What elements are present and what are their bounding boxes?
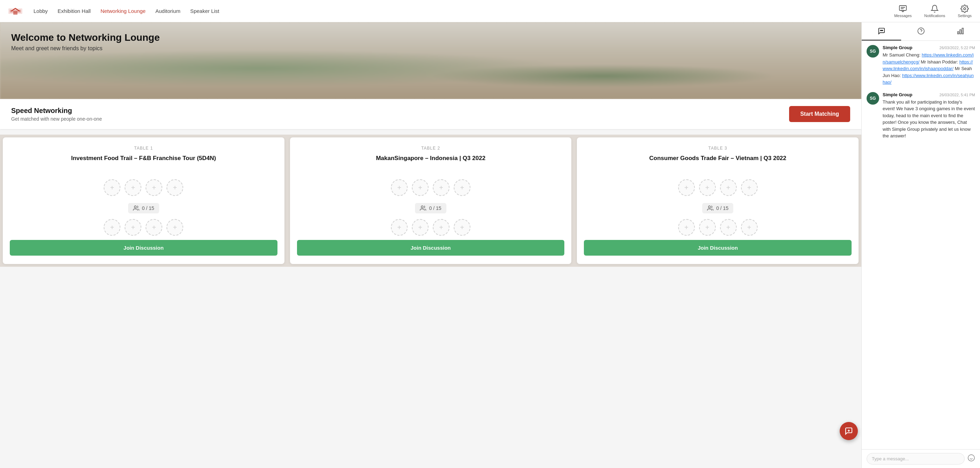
- seat-slot[interactable]: +: [720, 219, 737, 236]
- seat-slot[interactable]: +: [412, 219, 429, 236]
- seat-slot[interactable]: +: [433, 219, 450, 236]
- chat-messages: SG Simple Group 26/03/2022, 5:22 PM Mr S…: [862, 41, 980, 449]
- seat-slot[interactable]: +: [454, 179, 471, 196]
- svg-point-10: [882, 30, 883, 31]
- table-label: TABLE 3: [708, 146, 727, 151]
- seat-slot[interactable]: +: [699, 219, 716, 236]
- svg-point-9: [881, 30, 882, 31]
- table-card: TABLE 2 MakanSingapore – Indonesia | Q3 …: [290, 137, 572, 264]
- nav-link-speaker-list[interactable]: Speaker List: [190, 6, 219, 15]
- nav-link-lobby[interactable]: Lobby: [33, 6, 48, 15]
- hero-content: Welcome to Networking Lounge Meet and gr…: [0, 22, 861, 61]
- nav-link-networking-lounge[interactable]: Networking Lounge: [100, 6, 146, 15]
- table-label: TABLE 1: [134, 146, 153, 151]
- chat-message: SG Simple Group 26/03/2022, 5:22 PM Mr S…: [867, 45, 975, 86]
- seat-slot[interactable]: +: [125, 219, 142, 236]
- sidebar-tab-qa[interactable]: [901, 22, 940, 40]
- seat-slot[interactable]: +: [146, 219, 162, 236]
- svg-point-16: [968, 455, 974, 461]
- chat-time: 26/03/2022, 5:22 PM: [940, 46, 975, 50]
- seats-row-bottom: ++++: [391, 219, 471, 236]
- seat-slot[interactable]: +: [454, 219, 471, 236]
- svg-rect-15: [962, 28, 963, 34]
- seats-row-bottom: ++++: [103, 219, 183, 236]
- sidebar-tab-poll[interactable]: [940, 22, 980, 40]
- hero-title: Welcome to Networking Lounge: [11, 32, 850, 43]
- seat-slot[interactable]: +: [391, 219, 407, 236]
- join-discussion-button[interactable]: Join Discussion: [584, 240, 851, 255]
- seat-slot[interactable]: +: [167, 179, 183, 196]
- seat-slot[interactable]: +: [741, 179, 758, 196]
- chat-text-content: Thank you all for participating in today…: [883, 99, 975, 139]
- speed-networking-title: Speed Networking: [11, 107, 102, 115]
- seats-row-top: ++++: [103, 179, 183, 196]
- messages-icon: [899, 5, 907, 13]
- chat-text-part: Mr Ishaan Poddar:: [920, 59, 959, 65]
- chat-message: SG Simple Group 26/03/2022, 5:41 PM Than…: [867, 92, 975, 140]
- chat-sender: Simple Group: [883, 92, 912, 97]
- sidebar-tabs: [862, 22, 980, 41]
- chat-time: 26/03/2022, 5:41 PM: [940, 93, 975, 97]
- nav-right: Messages Notifications Settings: [894, 5, 972, 18]
- seat-count: 0 / 15: [415, 203, 446, 213]
- seats-row-top: ++++: [391, 179, 471, 196]
- table-title: Investment Food Trail – F&B Franchise To…: [71, 154, 216, 172]
- seat-slot[interactable]: +: [433, 179, 450, 196]
- right-sidebar: SG Simple Group 26/03/2022, 5:22 PM Mr S…: [861, 22, 980, 468]
- speed-networking-subtitle: Get matched with new people one-on-one: [11, 116, 102, 122]
- chat-header: Simple Group 26/03/2022, 5:41 PM: [883, 92, 975, 97]
- notifications-label: Notifications: [924, 14, 945, 18]
- seat-slot[interactable]: +: [125, 179, 142, 196]
- seat-slot[interactable]: +: [167, 219, 183, 236]
- seat-slot[interactable]: +: [720, 179, 737, 196]
- chat-text-part: Mr Samuel Cheng:: [883, 52, 922, 57]
- messages-nav-item[interactable]: Messages: [894, 5, 912, 18]
- floating-action-button[interactable]: [840, 422, 858, 440]
- top-navigation: Lobby Exhibition Hall Networking Lounge …: [0, 0, 980, 22]
- table-card: TABLE 1 Investment Food Trail – F&B Fran…: [3, 137, 285, 264]
- svg-point-7: [708, 206, 711, 208]
- seat-slot[interactable]: +: [678, 179, 695, 196]
- svg-rect-3: [899, 6, 906, 11]
- settings-label: Settings: [958, 14, 972, 18]
- seat-slot[interactable]: +: [412, 179, 429, 196]
- table-label: TABLE 2: [421, 146, 440, 151]
- seats-row-top: ++++: [678, 179, 758, 196]
- seats-row-bottom: ++++: [678, 219, 758, 236]
- join-discussion-button[interactable]: Join Discussion: [297, 240, 565, 255]
- seat-count-icon: [133, 205, 139, 211]
- seat-count-text: 0 / 15: [142, 205, 154, 211]
- logo[interactable]: [8, 6, 22, 17]
- emoji-button[interactable]: [967, 454, 975, 463]
- emoji-icon: [967, 454, 975, 462]
- nav-link-exhibition-hall[interactable]: Exhibition Hall: [57, 6, 91, 15]
- nav-link-auditorium[interactable]: Auditorium: [155, 6, 180, 15]
- hero-banner: Welcome to Networking Lounge Meet and gr…: [0, 22, 861, 99]
- chat-body: Simple Group 26/03/2022, 5:41 PM Thank y…: [883, 92, 975, 140]
- join-discussion-button[interactable]: Join Discussion: [10, 240, 277, 255]
- seat-slot[interactable]: +: [146, 179, 162, 196]
- seat-slot[interactable]: +: [103, 179, 120, 196]
- notifications-icon: [931, 5, 939, 13]
- seat-slot[interactable]: +: [678, 219, 695, 236]
- chat-input[interactable]: [867, 453, 965, 465]
- speed-networking-bar: Speed Networking Get matched with new pe…: [0, 99, 861, 129]
- seat-slot[interactable]: +: [699, 179, 716, 196]
- qa-tab-icon: [917, 27, 925, 35]
- speed-networking-info: Speed Networking Get matched with new pe…: [11, 107, 102, 122]
- seat-slot[interactable]: +: [391, 179, 407, 196]
- chat-avatar: SG: [867, 45, 879, 57]
- seat-count-icon: [420, 205, 426, 211]
- seat-count-text: 0 / 15: [716, 205, 729, 211]
- seat-slot[interactable]: +: [103, 219, 120, 236]
- start-matching-button[interactable]: Start Matching: [789, 106, 850, 122]
- sidebar-tab-chat[interactable]: [862, 22, 901, 40]
- settings-icon: [961, 5, 969, 13]
- seat-slot[interactable]: +: [741, 219, 758, 236]
- svg-rect-14: [960, 30, 961, 34]
- svg-rect-2: [13, 11, 18, 15]
- svg-point-6: [421, 206, 423, 208]
- chat-text: Thank you all for participating in today…: [883, 99, 975, 140]
- notifications-nav-item[interactable]: Notifications: [924, 5, 945, 18]
- settings-nav-item[interactable]: Settings: [958, 5, 972, 18]
